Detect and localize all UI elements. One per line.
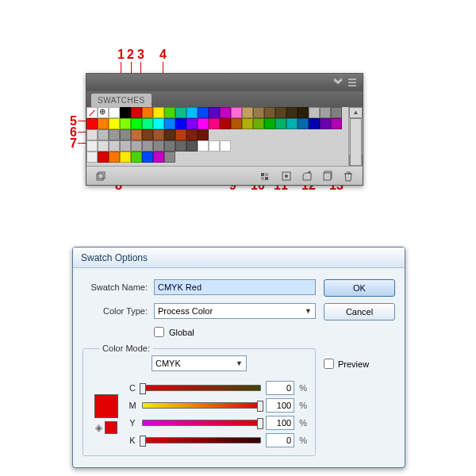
slider-track[interactable] <box>142 437 261 443</box>
scroll-track[interactable] <box>349 118 363 155</box>
swatch-cell[interactable] <box>231 118 242 129</box>
swatch-cell[interactable] <box>275 118 286 129</box>
slider-thumb[interactable] <box>257 418 263 429</box>
swatch-cell[interactable] <box>86 118 98 129</box>
swatch-cell[interactable] <box>120 140 131 152</box>
swatch-cell[interactable] <box>98 118 109 129</box>
color-mode-select[interactable]: CMYK ▼ <box>152 355 247 371</box>
swatch-cell[interactable] <box>253 118 264 129</box>
swatch-cell[interactable] <box>153 107 164 118</box>
ok-button[interactable]: OK <box>324 279 395 297</box>
swatch-cell[interactable] <box>264 118 275 129</box>
swatch-cell[interactable] <box>275 107 286 118</box>
swatch-cell[interactable] <box>209 107 220 118</box>
swatch-cell[interactable] <box>320 107 331 118</box>
swatch-cell[interactable] <box>86 129 98 140</box>
show-kinds-button[interactable] <box>258 169 274 183</box>
swatch-cell[interactable] <box>198 140 209 152</box>
swatch-cell[interactable] <box>253 107 264 118</box>
swatch-cell[interactable] <box>164 118 175 129</box>
swatch-cell[interactable] <box>131 152 142 163</box>
swatch-cell[interactable] <box>120 152 131 163</box>
swatch-cell[interactable] <box>186 107 198 118</box>
color-type-select[interactable]: Process Color ▼ <box>154 303 316 319</box>
swatch-cell[interactable] <box>298 107 309 118</box>
swatch-registration[interactable] <box>98 107 109 118</box>
swatch-cell[interactable] <box>298 118 309 129</box>
swatch-cell[interactable] <box>142 118 153 129</box>
swatch-cell[interactable] <box>109 118 120 129</box>
swatch-cell[interactable] <box>131 129 142 140</box>
swatch-cell[interactable] <box>209 140 220 152</box>
swatch-cell[interactable] <box>164 152 175 163</box>
swatch-cell[interactable] <box>175 140 186 152</box>
swatch-cell[interactable] <box>320 118 331 129</box>
swatch-cell[interactable] <box>142 152 153 163</box>
channel-value-input[interactable] <box>266 433 294 447</box>
scrollbar[interactable]: ▲ ▼ <box>348 107 363 166</box>
swatch-cell[interactable] <box>286 107 298 118</box>
swatch-cell[interactable] <box>142 107 153 118</box>
swatch-cell[interactable] <box>209 118 220 129</box>
tab-swatches[interactable]: SWATCHES <box>91 94 152 107</box>
swatch-cell[interactable] <box>331 118 342 129</box>
swatch-cell[interactable] <box>153 129 164 140</box>
swatch-cell[interactable] <box>98 140 109 152</box>
swatch-cell[interactable] <box>109 129 120 140</box>
swatch-cell[interactable] <box>98 129 109 140</box>
swatch-cell[interactable] <box>186 140 198 152</box>
swatch-cell[interactable] <box>109 107 120 118</box>
swatch-cell[interactable] <box>220 140 231 152</box>
swatch-cell[interactable] <box>120 107 131 118</box>
slider-thumb[interactable] <box>140 436 146 447</box>
swatch-cell[interactable] <box>175 107 186 118</box>
swatch-cell[interactable] <box>120 118 131 129</box>
swatch-cell[interactable] <box>153 140 164 152</box>
swatch-cell[interactable] <box>120 129 131 140</box>
swatch-cell[interactable] <box>142 140 153 152</box>
slider-thumb[interactable] <box>257 401 263 412</box>
swatch-cell[interactable] <box>131 118 142 129</box>
swatch-cell[interactable] <box>153 118 164 129</box>
swatch-cell[interactable] <box>242 107 253 118</box>
swatch-cell[interactable] <box>186 118 198 129</box>
swatch-cell[interactable] <box>220 107 231 118</box>
slider-thumb[interactable] <box>140 383 146 394</box>
collapse-icon[interactable] <box>332 77 344 88</box>
swatch-cell[interactable] <box>86 152 98 163</box>
swatch-cell[interactable] <box>220 118 231 129</box>
swatch-cell[interactable] <box>286 118 298 129</box>
cancel-button[interactable]: Cancel <box>324 303 395 321</box>
panel-menu-icon[interactable] <box>347 77 358 88</box>
channel-value-input[interactable] <box>266 416 294 430</box>
slider-track[interactable] <box>142 385 261 391</box>
swatch-cell[interactable] <box>309 118 320 129</box>
slider-track[interactable] <box>142 420 261 426</box>
global-checkbox[interactable] <box>154 327 164 337</box>
swatch-cell[interactable] <box>98 152 109 163</box>
swatch-cell[interactable] <box>231 107 242 118</box>
new-color-group-button[interactable] <box>299 169 315 183</box>
swatch-cell[interactable] <box>186 129 198 140</box>
swatch-cell[interactable] <box>175 118 186 129</box>
swatch-cell[interactable] <box>264 107 275 118</box>
swatch-name-input[interactable] <box>154 279 316 295</box>
swatch-cell[interactable] <box>242 118 253 129</box>
swatch-cell[interactable] <box>153 152 164 163</box>
swatch-cell[interactable] <box>164 129 175 140</box>
swatch-cell[interactable] <box>86 140 98 152</box>
swatch-cell[interactable] <box>164 107 175 118</box>
scroll-up-icon[interactable]: ▲ <box>349 107 363 118</box>
swatch-cell[interactable] <box>309 107 320 118</box>
scroll-thumb[interactable] <box>350 118 362 166</box>
slider-track[interactable] <box>142 402 261 409</box>
swatch-cell[interactable] <box>109 140 120 152</box>
swatch-options-button[interactable] <box>278 169 294 183</box>
swatch-none[interactable] <box>86 107 98 118</box>
delete-swatch-button[interactable] <box>340 169 356 183</box>
swatch-cell[interactable] <box>142 129 153 140</box>
swatch-cell[interactable] <box>198 118 209 129</box>
swatch-cell[interactable] <box>131 107 142 118</box>
preview-checkbox[interactable] <box>324 359 334 369</box>
swatch-libraries-button[interactable] <box>93 169 109 183</box>
